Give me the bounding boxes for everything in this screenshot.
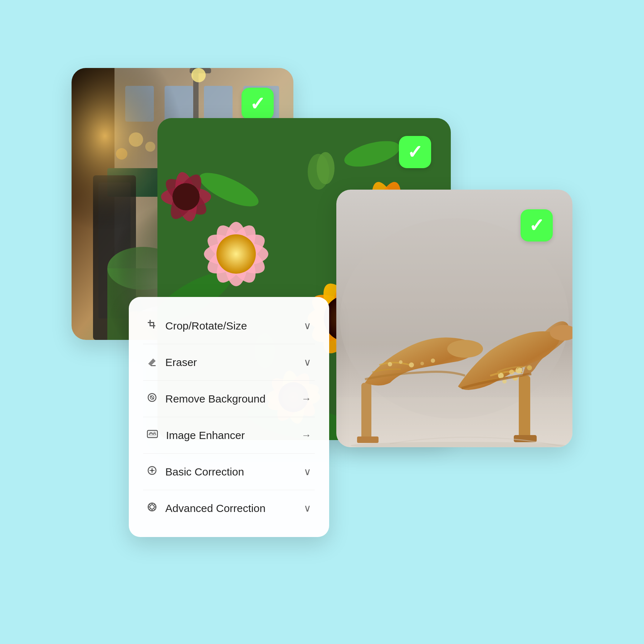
svg-point-83 xyxy=(516,367,522,374)
eraser-chevron-icon: ∨ xyxy=(304,356,311,368)
menu-item-image-enhancer-left: Image Enhancer xyxy=(147,429,245,442)
menu-panel: Crop/Rotate/Size ∨ Eraser ∨ xyxy=(129,297,329,537)
basic-correction-icon xyxy=(147,465,157,478)
svg-point-77 xyxy=(431,358,435,363)
image-enhancer-arrow-icon: → xyxy=(301,430,311,441)
svg-point-76 xyxy=(420,362,424,365)
shoes-check-badge xyxy=(521,209,553,241)
eraser-icon xyxy=(147,356,157,369)
menu-item-remove-bg[interactable]: Remove Background → xyxy=(132,381,326,417)
flowers-check-badge xyxy=(399,136,431,168)
menu-item-eraser-label: Eraser xyxy=(165,356,197,369)
crop-chevron-icon: ∨ xyxy=(304,320,311,332)
menu-item-remove-bg-label: Remove Background xyxy=(165,393,265,405)
card-shoes xyxy=(336,190,572,447)
menu-item-advanced-correction[interactable]: Advanced Correction ∨ xyxy=(132,490,326,526)
basic-correction-chevron-icon: ∨ xyxy=(304,466,311,478)
svg-point-97 xyxy=(154,432,156,434)
menu-item-eraser-left: Eraser xyxy=(147,356,197,369)
svg-point-99 xyxy=(151,469,153,472)
menu-item-crop[interactable]: Crop/Rotate/Size ∨ xyxy=(132,308,326,344)
svg-point-74 xyxy=(399,360,402,364)
svg-rect-78 xyxy=(519,376,530,438)
menu-item-crop-left: Crop/Rotate/Size xyxy=(147,319,247,332)
menu-item-image-enhancer-label: Image Enhancer xyxy=(166,429,245,441)
svg-rect-71 xyxy=(357,436,379,443)
menu-item-advanced-correction-left: Advanced Correction xyxy=(147,502,265,515)
menu-item-remove-bg-left: Remove Background xyxy=(147,392,265,405)
menu-item-crop-label: Crop/Rotate/Size xyxy=(165,320,247,332)
remove-bg-arrow-icon: → xyxy=(301,393,311,405)
image-enhancer-icon xyxy=(147,429,158,442)
svg-rect-89 xyxy=(150,325,155,326)
main-scene: Crop/Rotate/Size ∨ Eraser ∨ xyxy=(72,54,572,590)
cafe-check-badge xyxy=(241,88,274,120)
svg-point-75 xyxy=(409,362,414,367)
menu-item-basic-correction-label: Basic Correction xyxy=(165,466,244,478)
svg-point-63 xyxy=(172,183,200,210)
menu-item-advanced-correction-label: Advanced Correction xyxy=(165,502,265,514)
remove-bg-icon xyxy=(147,392,157,405)
svg-point-39 xyxy=(216,234,256,274)
svg-point-73 xyxy=(388,362,392,366)
svg-point-65 xyxy=(317,152,335,184)
advanced-correction-icon xyxy=(147,502,157,515)
crop-icon xyxy=(147,319,157,332)
advanced-correction-chevron-icon: ∨ xyxy=(304,502,311,514)
menu-item-eraser[interactable]: Eraser ∨ xyxy=(132,344,326,380)
svg-point-72 xyxy=(447,340,483,358)
menu-item-basic-correction[interactable]: Basic Correction ∨ xyxy=(132,454,326,490)
svg-rect-91 xyxy=(153,322,154,328)
svg-point-84 xyxy=(527,365,532,370)
svg-point-82 xyxy=(509,370,514,375)
menu-item-image-enhancer[interactable]: Image Enhancer → xyxy=(132,417,326,453)
menu-item-basic-correction-left: Basic Correction xyxy=(147,465,244,478)
svg-point-68 xyxy=(340,218,569,419)
svg-rect-70 xyxy=(361,383,371,440)
